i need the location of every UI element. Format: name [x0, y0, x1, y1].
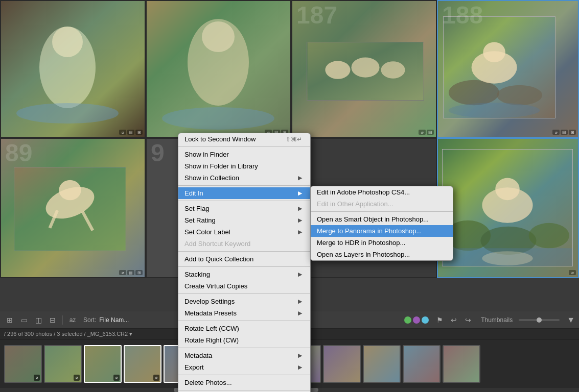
cell-icons-3: ⌀ ▤	[419, 130, 434, 135]
grid-cell-1[interactable]: ⌀ ▤ ⊞	[0, 0, 146, 138]
menu-sep-2	[178, 185, 310, 186]
menu-item-export[interactable]: Export ▶	[178, 361, 310, 373]
menu-item-develop-settings[interactable]: Develop Settings ▶	[178, 296, 310, 307]
svg-point-28	[495, 178, 520, 201]
compare-view-icon[interactable]: ▭	[18, 314, 30, 326]
grid-cell-4[interactable]: 188	[437, 0, 579, 138]
svg-point-11	[381, 61, 405, 78]
cell-number-187: 187	[296, 3, 337, 28]
menu-sep-5	[178, 266, 310, 267]
photo-dogs-running-3	[307, 42, 424, 101]
grid-cell-8[interactable]: ⌀	[437, 138, 579, 278]
svg-point-9	[325, 61, 350, 79]
menu-item-virtual-copies[interactable]: Create Virtual Copies	[178, 280, 310, 292]
menu-item-show-collection[interactable]: Show in Collection ▶	[178, 172, 310, 184]
menu-sep-6	[178, 293, 310, 294]
svg-point-26	[529, 223, 569, 249]
menu-sep-3	[178, 201, 310, 201]
submenu-item-merge-panorama[interactable]: Merge to Panorama in Photoshop...	[311, 225, 453, 237]
submenu-item-edit-photoshop[interactable]: Edit in Adobe Photoshop CS4...	[311, 186, 453, 198]
survey-view-icon[interactable]: ⊟	[47, 314, 58, 326]
svg-point-3	[16, 103, 119, 124]
filmstrip-thumb-1[interactable]: ⌀	[4, 345, 42, 383]
thumb-size-slider[interactable]	[519, 319, 560, 321]
menu-item-rotate-right[interactable]: Rotate Right (CW)	[178, 334, 310, 346]
edit-in-submenu: Edit in Adobe Photoshop CS4... Edit in O…	[310, 186, 453, 261]
submenu-item-open-smart[interactable]: Open as Smart Object in Photoshop...	[311, 213, 453, 225]
color-dot-purple[interactable]	[413, 316, 420, 324]
color-dot-green[interactable]	[404, 316, 411, 324]
menu-item-stacking[interactable]: Stacking ▶	[178, 268, 310, 280]
menu-item-lock[interactable]: Lock to Second Window ⇧⌘↵	[178, 133, 310, 145]
menu-sep-10	[178, 390, 310, 390]
svg-point-10	[351, 57, 379, 77]
menu-item-metadata[interactable]: Metadata ▶	[178, 350, 310, 361]
svg-point-2	[52, 27, 83, 57]
submenu-item-merge-hdr[interactable]: Merge to HDR in Photoshop...	[311, 237, 453, 249]
svg-point-7	[162, 107, 274, 130]
submenu-item-open-layers[interactable]: Open as Layers in Photoshop...	[311, 249, 453, 260]
svg-point-14	[497, 85, 542, 106]
svg-point-16	[483, 42, 505, 63]
menu-item-show-folder[interactable]: Show in Folder in Library	[178, 160, 310, 172]
filmstrip-thumb-12[interactable]	[443, 345, 480, 383]
menu-sep-7	[178, 321, 310, 321]
photo-dog-rocks2-8	[442, 149, 573, 266]
cell-icons-8: ⌀	[569, 270, 576, 275]
arrow-right-icon[interactable]: ↪	[462, 314, 474, 326]
grid-cell-3[interactable]: 187 ⌀ ▤	[291, 0, 437, 138]
menu-item-edit-in[interactable]: Edit In ▶	[178, 187, 310, 199]
menu-item-add-shortcut[interactable]: Add Shortcut Keyword	[178, 238, 310, 250]
filmstrip-thumb-4[interactable]: ⌀	[124, 345, 161, 383]
photo-dog-splash-1	[1, 1, 145, 137]
svg-point-13	[449, 80, 499, 106]
grid-cell-5[interactable]: 89 ⌀ ▤ ⊞	[0, 138, 146, 278]
filmstrip-thumb-10[interactable]	[363, 345, 401, 383]
menu-item-rotate-left[interactable]: Rotate Left (CCW)	[178, 323, 310, 334]
loupe-view-icon[interactable]: ◫	[33, 314, 44, 326]
menu-item-delete-photos[interactable]: Delete Photos...	[178, 377, 310, 388]
svg-point-30	[482, 251, 532, 265]
arrow-left-icon[interactable]: ↩	[448, 314, 459, 326]
cell-icons-1: ⌀ ▤ ⊞	[119, 130, 143, 135]
sort-value[interactable]: File Nam...	[99, 316, 129, 324]
color-filter-dots	[404, 316, 429, 324]
photo-dog-leap-5	[14, 167, 126, 251]
menu-sep-1	[178, 146, 310, 147]
svg-point-20	[59, 180, 81, 201]
submenu-item-edit-other[interactable]: Edit in Other Application...	[311, 198, 453, 210]
menu-item-set-rating[interactable]: Set Rating ▶	[178, 214, 310, 226]
filmstrip-expand-icon[interactable]: ▼	[567, 315, 575, 325]
filmstrip-thumb-3[interactable]: ⌀	[84, 345, 122, 383]
filmstrip-thumb-11[interactable]	[403, 345, 441, 383]
toolbar-sep-1	[62, 315, 63, 325]
submenu-sep-1	[311, 211, 453, 212]
menu-item-show-finder[interactable]: Show in Finder	[178, 149, 310, 160]
grid-cell-2[interactable]: ⌀ ▤ ⊞	[146, 0, 291, 138]
cell-number-89: 89	[5, 141, 32, 165]
thumbnails-label: Thumbnails	[481, 316, 513, 324]
slider-handle[interactable]	[537, 317, 542, 323]
grid-view-icon[interactable]: ⊞	[4, 314, 15, 326]
photo-dog-splash-2	[147, 1, 290, 137]
cell-number-9: 9	[151, 141, 165, 165]
menu-sep-9	[178, 375, 310, 375]
svg-point-6	[202, 21, 235, 52]
menu-item-metadata-presets[interactable]: Metadata Presets ▶	[178, 307, 310, 319]
cell-icons-5: ⌀ ▤ ⊞	[119, 270, 143, 275]
filmstrip-thumb-2[interactable]: ⌀	[44, 345, 82, 383]
cell-icons-4: ⌀ ▤ ⊞	[552, 130, 576, 135]
context-menu: Lock to Second Window ⇧⌘↵ Show in Finder…	[178, 133, 311, 392]
menu-item-set-flag[interactable]: Set Flag ▶	[178, 203, 310, 214]
menu-item-set-color-label[interactable]: Set Color Label ▶	[178, 226, 310, 238]
photo-dog-rocks-4	[443, 16, 555, 118]
filmstrip-thumb-9[interactable]	[323, 345, 361, 383]
status-text: / 296 of 300 photos / 3 selected / _MG_6…	[4, 331, 132, 337]
sort-icon[interactable]: az	[67, 314, 78, 326]
menu-sep-8	[178, 348, 310, 348]
flag-icon[interactable]: ⚑	[434, 314, 445, 326]
menu-item-add-collection[interactable]: Add to Quick Collection	[178, 253, 310, 265]
svg-point-17	[449, 103, 540, 118]
color-dot-blue[interactable]	[422, 316, 429, 324]
menu-sep-4	[178, 251, 310, 252]
